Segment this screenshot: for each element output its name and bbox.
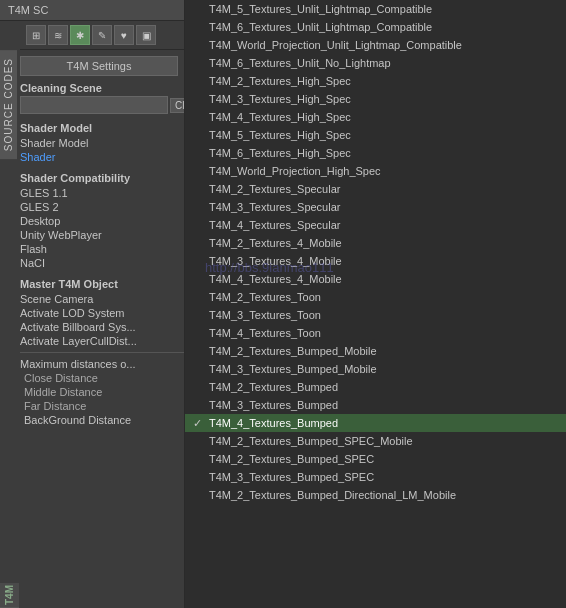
dropdown-item-text: T4M_2_Textures_Bumped: [209, 381, 558, 393]
dropdown-item[interactable]: ✓T4M_4_Textures_Bumped: [185, 414, 566, 432]
far-distance[interactable]: Far Distance: [20, 399, 184, 413]
dropdown-item-text: T4M_6_Textures_High_Spec: [209, 147, 558, 159]
shader-model-title: Shader Model: [20, 122, 184, 134]
dropdown-item[interactable]: T4M_4_Textures_4_Mobile: [185, 270, 566, 288]
toolbar-icon-1[interactable]: ⊞: [26, 25, 46, 45]
dropdown-item-text: T4M_2_Textures_High_Spec: [209, 75, 558, 87]
dropdown-item-text: T4M_3_Textures_Bumped_Mobile: [209, 363, 558, 375]
search-input[interactable]: [20, 96, 168, 114]
master-layer: Activate LayerCullDist...: [20, 334, 184, 348]
max-dist-title: Maximum distances o...: [20, 357, 184, 371]
master-camera: Scene Camera: [20, 292, 184, 306]
dropdown-item-text: T4M_2_Textures_4_Mobile: [209, 237, 558, 249]
main-dropdown-panel: http://bbs.9ianmao111 T4M_5_Textures_Unl…: [185, 0, 566, 608]
dropdown-item-text: T4M_3_Textures_Toon: [209, 309, 558, 321]
dropdown-item[interactable]: T4M_5_Textures_Unlit_Lightmap_Compatible: [185, 0, 566, 18]
close-distance[interactable]: Close Distance: [20, 371, 184, 385]
dropdown-item[interactable]: T4M_2_Textures_Bumped_SPEC_Mobile: [185, 432, 566, 450]
t4m-logo: T4M: [0, 583, 19, 608]
dropdown-item-text: T4M_2_Textures_Bumped_SPEC: [209, 453, 558, 465]
dropdown-item[interactable]: T4M_5_Textures_High_Spec: [185, 126, 566, 144]
toolbar-icon-5[interactable]: ♥: [114, 25, 134, 45]
toolbar-icon-3[interactable]: ✱: [70, 25, 90, 45]
background-distance[interactable]: BackGround Distance: [20, 413, 184, 427]
shader-dropdown-list: T4M_5_Textures_Unlit_Lightmap_Compatible…: [185, 0, 566, 504]
dropdown-item[interactable]: T4M_2_Textures_Specular: [185, 180, 566, 198]
master-lod: Activate LOD System: [20, 306, 184, 320]
dropdown-item[interactable]: T4M_World_Projection_High_Spec: [185, 162, 566, 180]
dropdown-item[interactable]: T4M_3_Textures_Bumped: [185, 396, 566, 414]
dropdown-item[interactable]: T4M_2_Textures_4_Mobile: [185, 234, 566, 252]
divider: [20, 352, 184, 353]
compat-naci: NaCI: [20, 256, 184, 270]
sidebar: T4M SC SOURCE CODES ⊞ ≋ ✱ ✎ ♥ ▣ T4M Sett…: [0, 0, 185, 608]
middle-distance[interactable]: Middle Distance: [20, 385, 184, 399]
dropdown-item-text: T4M_3_Textures_High_Spec: [209, 93, 558, 105]
dropdown-item[interactable]: T4M_3_Textures_High_Spec: [185, 90, 566, 108]
dropdown-item[interactable]: T4M_2_Textures_Toon: [185, 288, 566, 306]
dropdown-item-text: T4M_5_Textures_Unlit_Lightmap_Compatible: [209, 3, 558, 15]
dropdown-item[interactable]: T4M_3_Textures_Toon: [185, 306, 566, 324]
source-codes-tab[interactable]: SOURCE CODES: [0, 50, 17, 159]
dropdown-item-text: T4M_3_Textures_Specular: [209, 201, 558, 213]
dropdown-item-text: T4M_4_Textures_High_Spec: [209, 111, 558, 123]
clear-button[interactable]: Cl: [170, 98, 184, 113]
toolbar-icon-2[interactable]: ≋: [48, 25, 68, 45]
sidebar-title: T4M SC: [8, 4, 48, 16]
dropdown-item-text: T4M_2_Textures_Bumped_Mobile: [209, 345, 558, 357]
dropdown-item-text: T4M_2_Textures_Toon: [209, 291, 558, 303]
dropdown-item[interactable]: T4M_3_Textures_Specular: [185, 198, 566, 216]
toolbar-icon-4[interactable]: ✎: [92, 25, 112, 45]
dropdown-item[interactable]: T4M_4_Textures_Specular: [185, 216, 566, 234]
dropdown-item-text: T4M_3_Textures_Bumped: [209, 399, 558, 411]
dropdown-item-text: T4M_4_Textures_Bumped: [209, 417, 558, 429]
dropdown-item[interactable]: T4M_3_Textures_4_Mobile: [185, 252, 566, 270]
dropdown-item-text: T4M_6_Textures_Unlit_No_Lightmap: [209, 57, 558, 69]
shader-link[interactable]: Shader: [20, 150, 184, 164]
sidebar-content: ⊞ ≋ ✱ ✎ ♥ ▣ T4M Settings Cleaning Scene …: [0, 21, 184, 608]
dropdown-item-text: T4M_2_Textures_Bumped_Directional_LM_Mob…: [209, 489, 558, 501]
dropdown-item[interactable]: T4M_3_Textures_Bumped_Mobile: [185, 360, 566, 378]
compat-gles11: GLES 1.1: [20, 186, 184, 200]
search-row: Cl: [20, 96, 184, 114]
compat-gles2: GLES 2: [20, 200, 184, 214]
compat-flash: Flash: [20, 242, 184, 256]
dropdown-item[interactable]: T4M_6_Textures_Unlit_No_Lightmap: [185, 54, 566, 72]
dropdown-item[interactable]: T4M_4_Textures_Toon: [185, 324, 566, 342]
dropdown-item[interactable]: T4M_3_Textures_Bumped_SPEC: [185, 468, 566, 486]
dropdown-item[interactable]: T4M_2_Textures_Bumped_Directional_LM_Mob…: [185, 486, 566, 504]
checkmark-icon: ✓: [193, 417, 209, 430]
dropdown-item[interactable]: T4M_2_Textures_High_Spec: [185, 72, 566, 90]
dropdown-item-text: T4M_4_Textures_Specular: [209, 219, 558, 231]
dropdown-item[interactable]: T4M_World_Projection_Unlit_Lightmap_Comp…: [185, 36, 566, 54]
dropdown-item-text: T4M_4_Textures_4_Mobile: [209, 273, 558, 285]
master-section-title: Master T4M Object: [20, 278, 184, 290]
dropdown-item-text: T4M_3_Textures_Bumped_SPEC: [209, 471, 558, 483]
settings-button[interactable]: T4M Settings: [20, 56, 178, 76]
dropdown-item-text: T4M_World_Projection_High_Spec: [209, 165, 558, 177]
dropdown-item-text: T4M_5_Textures_High_Spec: [209, 129, 558, 141]
dropdown-item-text: T4M_3_Textures_4_Mobile: [209, 255, 558, 267]
shader-model-label: Shader Model: [20, 136, 184, 150]
dropdown-item-text: T4M_World_Projection_Unlit_Lightmap_Comp…: [209, 39, 558, 51]
dropdown-item[interactable]: T4M_2_Textures_Bumped_Mobile: [185, 342, 566, 360]
compat-desktop: Desktop: [20, 214, 184, 228]
master-billboard: Activate Billboard Sys...: [20, 320, 184, 334]
dropdown-item-text: T4M_2_Textures_Specular: [209, 183, 558, 195]
dropdown-item[interactable]: T4M_6_Textures_Unlit_Lightmap_Compatible: [185, 18, 566, 36]
dropdown-item-text: T4M_4_Textures_Toon: [209, 327, 558, 339]
dropdown-item-text: T4M_2_Textures_Bumped_SPEC_Mobile: [209, 435, 558, 447]
compat-webplayer: Unity WebPlayer: [20, 228, 184, 242]
dropdown-item-text: T4M_6_Textures_Unlit_Lightmap_Compatible: [209, 21, 558, 33]
shader-compat-title: Shader Compatibility: [20, 172, 184, 184]
dropdown-item[interactable]: T4M_2_Textures_Bumped: [185, 378, 566, 396]
sidebar-header: T4M SC: [0, 0, 184, 21]
dropdown-item[interactable]: T4M_2_Textures_Bumped_SPEC: [185, 450, 566, 468]
toolbar: ⊞ ≋ ✱ ✎ ♥ ▣: [20, 21, 184, 50]
cleaning-section-title: Cleaning Scene: [20, 82, 184, 94]
dropdown-item[interactable]: T4M_4_Textures_High_Spec: [185, 108, 566, 126]
dropdown-item[interactable]: T4M_6_Textures_High_Spec: [185, 144, 566, 162]
toolbar-icon-6[interactable]: ▣: [136, 25, 156, 45]
